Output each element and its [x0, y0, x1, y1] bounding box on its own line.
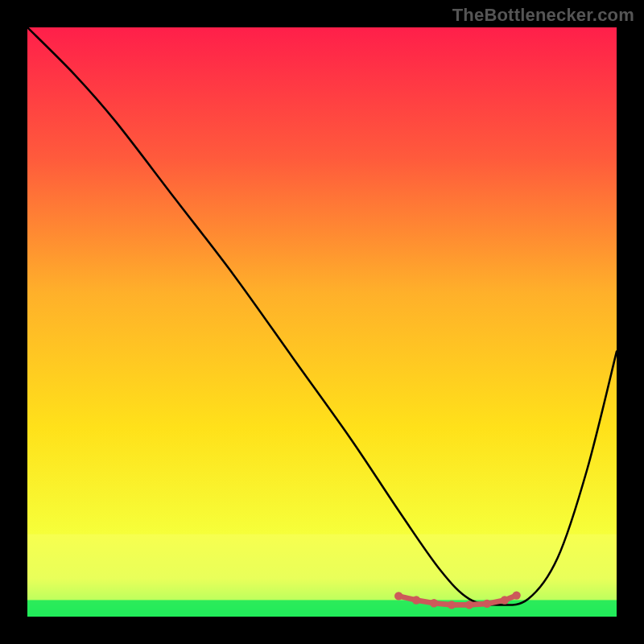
- marker-dot: [430, 599, 438, 607]
- marker-dot: [394, 592, 402, 600]
- marker-dot: [465, 601, 473, 609]
- marker-dot: [501, 596, 509, 604]
- watermark-text: TheBottlenecker.com: [452, 5, 634, 26]
- marker-dot: [412, 596, 420, 604]
- marker-dot: [448, 601, 456, 609]
- marker-dot: [512, 591, 520, 599]
- marker-dots-group: [394, 591, 521, 609]
- marker-dot: [483, 600, 491, 608]
- chart-frame: TheBottlenecker.com: [0, 0, 644, 644]
- marker-dots-svg: [27, 27, 617, 617]
- plot-area: [27, 27, 617, 617]
